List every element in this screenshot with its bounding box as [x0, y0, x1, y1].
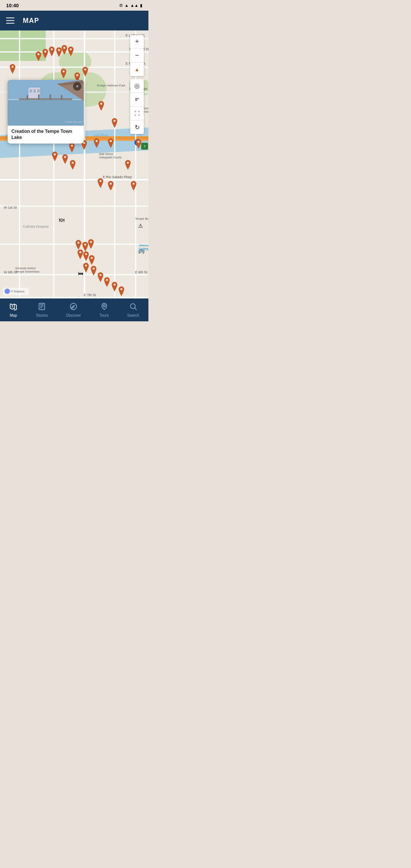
marker-m3[interactable] — [87, 239, 95, 249]
popup-close-button[interactable]: × — [73, 82, 81, 91]
rotation-button[interactable]: 0° — [130, 93, 144, 107]
road-fillmore — [0, 67, 148, 68]
header: MAP — [0, 11, 148, 30]
marker-r5[interactable] — [134, 139, 143, 149]
road-7th — [0, 297, 148, 298]
svg-point-11 — [113, 120, 116, 122]
marker-8[interactable] — [59, 69, 68, 78]
svg-point-30 — [91, 257, 93, 259]
zoom-controls: + − ▲ — [130, 35, 144, 76]
label-sonesta: Sonesta SelectTempe Downtown — [15, 266, 40, 273]
svg-point-22 — [110, 183, 112, 185]
label-rio-salado: E Rio Salado Pkwy — [103, 175, 132, 179]
svg-point-34 — [106, 279, 108, 281]
svg-point-17 — [54, 153, 56, 156]
nav-map[interactable]: Map — [5, 301, 22, 319]
nav-search[interactable]: Search — [123, 301, 144, 319]
north-button[interactable]: ▲ — [130, 62, 144, 76]
svg-point-3 — [58, 49, 60, 51]
mapbox-attribution: © Mapbox — [3, 288, 29, 295]
svg-point-7 — [62, 70, 65, 73]
svg-point-10 — [100, 103, 102, 105]
svg-point-18 — [64, 156, 66, 158]
nav-discover-label: Discover — [66, 313, 81, 318]
label-salt-river2: Salt River — [93, 133, 108, 137]
svg-point-12 — [71, 145, 73, 147]
marker-r9[interactable] — [124, 160, 132, 170]
marker-r6[interactable] — [51, 152, 59, 161]
label-culinary: Culinary Dropout — [23, 225, 49, 228]
road-1st — [0, 206, 148, 207]
marker-6[interactable] — [67, 46, 75, 56]
road-6th — [0, 274, 148, 275]
svg-point-4 — [63, 47, 65, 49]
marker-r4[interactable] — [107, 138, 115, 148]
marker-m12[interactable] — [117, 286, 126, 296]
svg-text:© Tempe Town Lake © By Editor: © Tempe Town Lake © By Editor — [65, 121, 84, 123]
label-volleyball: Salt ShoreVolleyball Courts — [99, 152, 122, 159]
svg-point-16 — [137, 141, 140, 143]
nav-discover[interactable]: Discover — [62, 301, 86, 319]
svg-point-6 — [11, 66, 14, 68]
marker-7[interactable] — [8, 64, 17, 74]
nav-stories[interactable]: Stories — [32, 301, 53, 319]
svg-point-57 — [103, 305, 105, 307]
poi-transit: 🚌 — [138, 247, 145, 254]
poi-restaurant: 🍽 — [59, 217, 64, 223]
status-icons: ⚙ ▲ ▲▲ ▮ — [119, 3, 142, 8]
svg-point-2 — [51, 48, 53, 51]
search-nav-icon — [129, 302, 137, 313]
settings-icon: ⚙ — [119, 3, 123, 8]
svg-point-33 — [99, 274, 102, 276]
rotation-label: 0° — [135, 97, 139, 102]
marker-l1[interactable] — [96, 178, 105, 188]
marker-r8[interactable] — [68, 160, 77, 170]
stories-nav-icon — [38, 302, 46, 313]
nav-tours[interactable]: Tours — [95, 301, 113, 319]
road-latham — [0, 38, 148, 39]
marker-l3[interactable] — [129, 181, 138, 191]
signal-icon: ▲▲ — [130, 3, 139, 8]
svg-point-23 — [132, 183, 135, 185]
svg-point-32 — [92, 268, 95, 270]
status-time: 10:40 — [6, 3, 19, 8]
marker-r3[interactable] — [92, 138, 101, 148]
label-evelyn: Evelyn Hallman Park — [97, 84, 125, 87]
svg-rect-44 — [33, 89, 36, 93]
marker-l2[interactable] — [107, 181, 115, 191]
fullscreen-button[interactable]: ⛶ — [130, 107, 144, 120]
marker-r1[interactable] — [68, 143, 76, 153]
secondary-controls: ◎ 0° ⛶ ↻ — [130, 79, 144, 134]
popup-title[interactable]: Creation of the Tempe Town Lake — [8, 126, 84, 144]
svg-point-8 — [76, 74, 78, 77]
nav-tours-label: Tours — [99, 313, 108, 318]
poi-warning: ⚠ — [138, 223, 143, 229]
popup-image: © Tempe Town Lake © By Editor × — [8, 80, 84, 126]
tours-nav-icon — [100, 302, 108, 313]
close-icon: × — [76, 84, 78, 89]
zoom-out-button[interactable]: − — [130, 49, 144, 62]
marker-10[interactable] — [81, 67, 89, 77]
nav-search-label: Search — [127, 313, 139, 318]
road-v4 — [114, 30, 115, 298]
svg-rect-49 — [49, 94, 51, 100]
svg-point-27 — [90, 241, 92, 243]
map-container[interactable]: E Latham St E Garfield St E Fillmore St … — [0, 30, 148, 298]
bottom-nav: Map Stories Discover Tours — [0, 298, 148, 321]
marker-popup-trigger[interactable] — [110, 118, 119, 128]
road-v1 — [19, 30, 20, 298]
location-button[interactable]: ◎ — [130, 79, 144, 93]
svg-point-1 — [44, 51, 46, 53]
svg-point-14 — [96, 140, 98, 142]
label-1st: W 1st St — [4, 206, 17, 209]
refresh-button[interactable]: ↻ — [130, 120, 144, 134]
zoom-in-button[interactable]: + — [130, 35, 144, 49]
menu-button[interactable] — [6, 15, 17, 26]
nav-stories-label: Stories — [36, 313, 48, 318]
marker-m10[interactable] — [103, 277, 111, 287]
marker-m7[interactable] — [82, 263, 90, 273]
marker-11[interactable] — [97, 101, 105, 111]
mapbox-logo: © Mapbox — [3, 288, 29, 295]
svg-point-0 — [37, 53, 40, 56]
marker-r7[interactable] — [61, 154, 69, 164]
